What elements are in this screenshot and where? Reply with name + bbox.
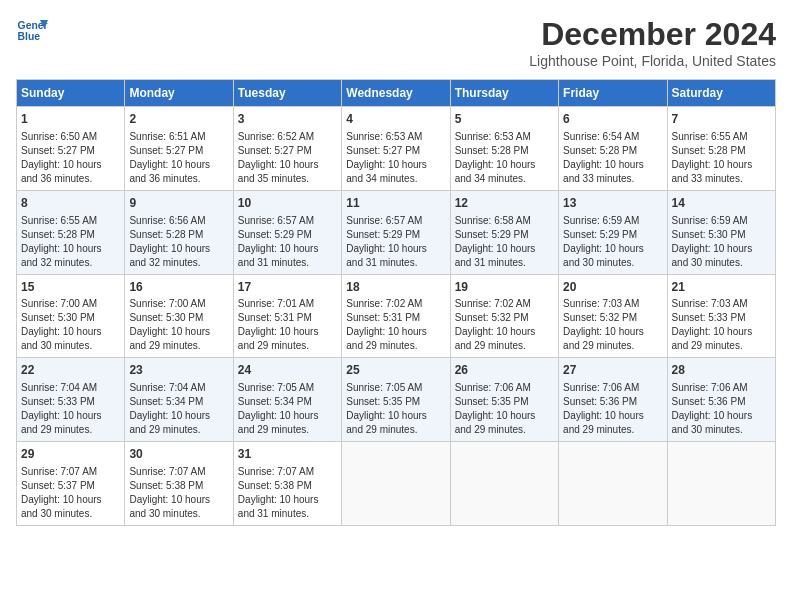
day-info: Sunrise: 7:06 AM Sunset: 5:36 PM Dayligh… [563, 381, 662, 437]
day-of-week-header: Thursday [450, 80, 558, 107]
day-of-week-header: Monday [125, 80, 233, 107]
calendar-day-cell: 18Sunrise: 7:02 AM Sunset: 5:31 PM Dayli… [342, 274, 450, 358]
calendar-table: SundayMondayTuesdayWednesdayThursdayFrid… [16, 79, 776, 526]
day-info: Sunrise: 6:55 AM Sunset: 5:28 PM Dayligh… [21, 214, 120, 270]
calendar-week-row: 22Sunrise: 7:04 AM Sunset: 5:33 PM Dayli… [17, 358, 776, 442]
calendar-day-cell: 12Sunrise: 6:58 AM Sunset: 5:29 PM Dayli… [450, 190, 558, 274]
calendar-day-cell: 30Sunrise: 7:07 AM Sunset: 5:38 PM Dayli… [125, 442, 233, 526]
day-number: 23 [129, 362, 228, 379]
calendar-week-row: 29Sunrise: 7:07 AM Sunset: 5:37 PM Dayli… [17, 442, 776, 526]
day-number: 20 [563, 279, 662, 296]
calendar-day-cell: 11Sunrise: 6:57 AM Sunset: 5:29 PM Dayli… [342, 190, 450, 274]
day-number: 3 [238, 111, 337, 128]
calendar-day-cell: 22Sunrise: 7:04 AM Sunset: 5:33 PM Dayli… [17, 358, 125, 442]
day-info: Sunrise: 7:05 AM Sunset: 5:34 PM Dayligh… [238, 381, 337, 437]
calendar-day-cell: 2Sunrise: 6:51 AM Sunset: 5:27 PM Daylig… [125, 107, 233, 191]
calendar-day-cell: 10Sunrise: 6:57 AM Sunset: 5:29 PM Dayli… [233, 190, 341, 274]
day-number: 12 [455, 195, 554, 212]
calendar-day-cell: 28Sunrise: 7:06 AM Sunset: 5:36 PM Dayli… [667, 358, 775, 442]
calendar-body: 1Sunrise: 6:50 AM Sunset: 5:27 PM Daylig… [17, 107, 776, 526]
day-number: 26 [455, 362, 554, 379]
day-number: 15 [21, 279, 120, 296]
title-section: December 2024 Lighthouse Point, Florida,… [529, 16, 776, 69]
calendar-day-cell: 16Sunrise: 7:00 AM Sunset: 5:30 PM Dayli… [125, 274, 233, 358]
day-info: Sunrise: 7:06 AM Sunset: 5:36 PM Dayligh… [672, 381, 771, 437]
day-number: 21 [672, 279, 771, 296]
calendar-day-cell: 24Sunrise: 7:05 AM Sunset: 5:34 PM Dayli… [233, 358, 341, 442]
calendar-day-cell: 1Sunrise: 6:50 AM Sunset: 5:27 PM Daylig… [17, 107, 125, 191]
svg-text:Blue: Blue [18, 31, 41, 42]
day-info: Sunrise: 7:03 AM Sunset: 5:32 PM Dayligh… [563, 297, 662, 353]
day-number: 18 [346, 279, 445, 296]
calendar-day-cell [342, 442, 450, 526]
calendar-day-cell: 9Sunrise: 6:56 AM Sunset: 5:28 PM Daylig… [125, 190, 233, 274]
day-number: 24 [238, 362, 337, 379]
day-number: 2 [129, 111, 228, 128]
day-number: 16 [129, 279, 228, 296]
day-number: 8 [21, 195, 120, 212]
calendar-day-cell: 13Sunrise: 6:59 AM Sunset: 5:29 PM Dayli… [559, 190, 667, 274]
calendar-week-row: 1Sunrise: 6:50 AM Sunset: 5:27 PM Daylig… [17, 107, 776, 191]
day-number: 17 [238, 279, 337, 296]
calendar-day-cell: 6Sunrise: 6:54 AM Sunset: 5:28 PM Daylig… [559, 107, 667, 191]
day-number: 29 [21, 446, 120, 463]
day-number: 25 [346, 362, 445, 379]
calendar-day-cell: 4Sunrise: 6:53 AM Sunset: 5:27 PM Daylig… [342, 107, 450, 191]
day-info: Sunrise: 7:04 AM Sunset: 5:33 PM Dayligh… [21, 381, 120, 437]
day-info: Sunrise: 7:05 AM Sunset: 5:35 PM Dayligh… [346, 381, 445, 437]
calendar-day-cell: 5Sunrise: 6:53 AM Sunset: 5:28 PM Daylig… [450, 107, 558, 191]
day-number: 9 [129, 195, 228, 212]
calendar-day-cell: 7Sunrise: 6:55 AM Sunset: 5:28 PM Daylig… [667, 107, 775, 191]
day-number: 31 [238, 446, 337, 463]
month-title: December 2024 [529, 16, 776, 53]
day-info: Sunrise: 7:01 AM Sunset: 5:31 PM Dayligh… [238, 297, 337, 353]
day-of-week-header: Sunday [17, 80, 125, 107]
day-info: Sunrise: 6:53 AM Sunset: 5:28 PM Dayligh… [455, 130, 554, 186]
day-info: Sunrise: 6:59 AM Sunset: 5:29 PM Dayligh… [563, 214, 662, 270]
day-info: Sunrise: 7:07 AM Sunset: 5:37 PM Dayligh… [21, 465, 120, 521]
day-info: Sunrise: 6:56 AM Sunset: 5:28 PM Dayligh… [129, 214, 228, 270]
calendar-day-cell: 31Sunrise: 7:07 AM Sunset: 5:38 PM Dayli… [233, 442, 341, 526]
day-number: 14 [672, 195, 771, 212]
day-number: 4 [346, 111, 445, 128]
day-number: 19 [455, 279, 554, 296]
day-number: 1 [21, 111, 120, 128]
calendar-day-cell: 14Sunrise: 6:59 AM Sunset: 5:30 PM Dayli… [667, 190, 775, 274]
location-subtitle: Lighthouse Point, Florida, United States [529, 53, 776, 69]
day-info: Sunrise: 7:04 AM Sunset: 5:34 PM Dayligh… [129, 381, 228, 437]
day-number: 13 [563, 195, 662, 212]
day-of-week-header: Friday [559, 80, 667, 107]
calendar-day-cell: 8Sunrise: 6:55 AM Sunset: 5:28 PM Daylig… [17, 190, 125, 274]
day-info: Sunrise: 7:07 AM Sunset: 5:38 PM Dayligh… [129, 465, 228, 521]
day-info: Sunrise: 6:53 AM Sunset: 5:27 PM Dayligh… [346, 130, 445, 186]
day-of-week-header: Wednesday [342, 80, 450, 107]
calendar-day-cell: 23Sunrise: 7:04 AM Sunset: 5:34 PM Dayli… [125, 358, 233, 442]
day-of-week-header: Tuesday [233, 80, 341, 107]
day-info: Sunrise: 6:50 AM Sunset: 5:27 PM Dayligh… [21, 130, 120, 186]
day-number: 27 [563, 362, 662, 379]
calendar-week-row: 15Sunrise: 7:00 AM Sunset: 5:30 PM Dayli… [17, 274, 776, 358]
day-info: Sunrise: 7:02 AM Sunset: 5:32 PM Dayligh… [455, 297, 554, 353]
day-info: Sunrise: 6:54 AM Sunset: 5:28 PM Dayligh… [563, 130, 662, 186]
page-header: General Blue December 2024 Lighthouse Po… [16, 16, 776, 69]
day-info: Sunrise: 7:07 AM Sunset: 5:38 PM Dayligh… [238, 465, 337, 521]
day-number: 22 [21, 362, 120, 379]
day-info: Sunrise: 6:51 AM Sunset: 5:27 PM Dayligh… [129, 130, 228, 186]
day-number: 5 [455, 111, 554, 128]
calendar-day-cell: 15Sunrise: 7:00 AM Sunset: 5:30 PM Dayli… [17, 274, 125, 358]
calendar-day-cell [559, 442, 667, 526]
day-info: Sunrise: 7:03 AM Sunset: 5:33 PM Dayligh… [672, 297, 771, 353]
days-header-row: SundayMondayTuesdayWednesdayThursdayFrid… [17, 80, 776, 107]
calendar-day-cell [667, 442, 775, 526]
day-info: Sunrise: 6:52 AM Sunset: 5:27 PM Dayligh… [238, 130, 337, 186]
day-info: Sunrise: 7:02 AM Sunset: 5:31 PM Dayligh… [346, 297, 445, 353]
calendar-day-cell: 29Sunrise: 7:07 AM Sunset: 5:37 PM Dayli… [17, 442, 125, 526]
calendar-day-cell: 3Sunrise: 6:52 AM Sunset: 5:27 PM Daylig… [233, 107, 341, 191]
calendar-day-cell: 19Sunrise: 7:02 AM Sunset: 5:32 PM Dayli… [450, 274, 558, 358]
calendar-day-cell: 26Sunrise: 7:06 AM Sunset: 5:35 PM Dayli… [450, 358, 558, 442]
day-number: 28 [672, 362, 771, 379]
calendar-day-cell [450, 442, 558, 526]
day-info: Sunrise: 6:57 AM Sunset: 5:29 PM Dayligh… [238, 214, 337, 270]
calendar-week-row: 8Sunrise: 6:55 AM Sunset: 5:28 PM Daylig… [17, 190, 776, 274]
calendar-day-cell: 27Sunrise: 7:06 AM Sunset: 5:36 PM Dayli… [559, 358, 667, 442]
